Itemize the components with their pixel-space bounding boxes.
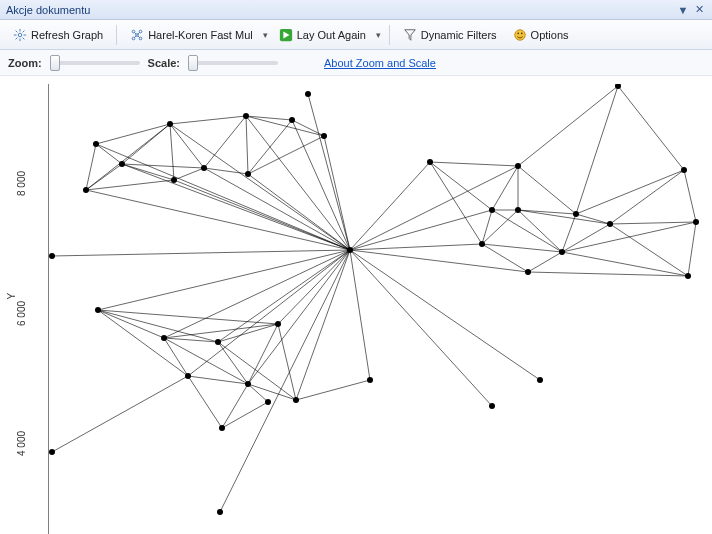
graph-node[interactable] [427,159,433,165]
graph-node[interactable] [537,377,543,383]
zoom-slider[interactable] [50,61,140,65]
graph-edge [248,120,292,174]
graph-node[interactable] [347,247,353,253]
graph-edge [610,222,696,224]
graph-node[interactable] [515,207,521,213]
graph-node[interactable] [245,381,251,387]
graph-edge [610,224,688,276]
graph-edge [562,224,610,252]
separator [389,25,390,45]
svg-line-16 [135,35,137,37]
graph-node[interactable] [167,121,173,127]
graph-edge [248,136,324,174]
layout-again-button[interactable]: Lay Out Again [272,24,373,46]
zoom-thumb[interactable] [50,55,60,71]
refresh-icon [13,28,27,42]
layout-algorithm-button[interactable]: Harel-Koren Fast Mul [123,24,260,46]
svg-point-19 [514,29,525,40]
refresh-graph-button[interactable]: Refresh Graph [6,24,110,46]
dynamic-filters-label: Dynamic Filters [421,29,497,41]
scale-slider[interactable] [188,61,278,65]
graph-node[interactable] [49,253,55,259]
options-button[interactable]: Options [506,24,576,46]
graph-edge [170,124,350,250]
dropdown-icon[interactable]: ▼ [676,3,690,17]
graph-edge [204,116,246,168]
graph-node[interactable] [515,163,521,169]
graph-node[interactable] [321,133,327,139]
graph-node[interactable] [305,91,311,97]
graph-node[interactable] [607,221,613,227]
svg-point-0 [18,33,22,37]
graph-node[interactable] [201,165,207,171]
plot-area[interactable]: Y 4 000 6 000 8 000 [0,76,712,534]
graph-node[interactable] [525,269,531,275]
graph-edge [518,210,610,224]
graph-node[interactable] [681,167,687,173]
y-tick: 8 000 [16,171,27,196]
graph-node[interactable] [685,273,691,279]
graph-node[interactable] [119,161,125,167]
graph-node[interactable] [489,403,495,409]
graph-edge [350,250,540,380]
graph-edge [350,210,492,250]
y-tick: 6 000 [16,301,27,326]
graph-edge [164,250,350,338]
graph-node[interactable] [161,335,167,341]
graph-edge [248,384,296,400]
graph-node[interactable] [265,399,271,405]
graph-edge [96,144,350,250]
graph-node[interactable] [95,307,101,313]
graph-edge [86,180,174,190]
graph-edge [528,252,562,272]
about-zoom-scale-link[interactable]: About Zoom and Scale [324,57,436,69]
graph-edge [98,310,188,376]
graph-node[interactable] [215,339,221,345]
graph-edge [246,116,248,174]
graph-node[interactable] [219,425,225,431]
graph-node[interactable] [217,509,223,515]
graph-node[interactable] [489,207,495,213]
graph-edge [278,250,350,324]
graph-edge [164,338,188,376]
network-graph[interactable] [48,84,708,534]
graph-edge [52,376,188,452]
layout-algo-dropdown[interactable]: ▾ [262,30,270,40]
graph-node[interactable] [245,171,251,177]
graph-node[interactable] [559,249,565,255]
graph-node[interactable] [275,321,281,327]
graph-node[interactable] [83,187,89,193]
graph-edge [86,164,122,190]
layout-algo-label: Harel-Koren Fast Mul [148,29,253,41]
close-icon[interactable]: ✕ [692,3,706,17]
graph-node[interactable] [367,377,373,383]
graph-edge [292,120,324,136]
graph-node[interactable] [243,113,249,119]
graph-node[interactable] [693,219,699,225]
graph-edge [430,162,492,210]
graph-node[interactable] [573,211,579,217]
graph-node[interactable] [171,177,177,183]
graph-node[interactable] [289,117,295,123]
graph-edge [170,124,204,168]
zoom-label: Zoom: [8,57,42,69]
graph-node[interactable] [185,373,191,379]
graph-node[interactable] [293,397,299,403]
graph-edge [164,338,248,384]
graph-edge [482,244,562,252]
scale-thumb[interactable] [188,55,198,71]
dynamic-filters-button[interactable]: Dynamic Filters [396,24,504,46]
graph-edge [204,168,248,174]
graph-node[interactable] [479,241,485,247]
toolbar: Refresh Graph Harel-Koren Fast Mul ▾ Lay… [0,20,712,50]
graph-edge [248,384,268,402]
graph-node[interactable] [93,141,99,147]
graph-edge [170,124,174,180]
graph-edge [350,250,528,272]
layout-icon [130,28,144,42]
graph-edge [562,252,688,276]
graph-edge [492,210,562,252]
graph-node[interactable] [49,449,55,455]
graph-edge [350,244,482,250]
layout-again-dropdown[interactable]: ▾ [375,30,383,40]
